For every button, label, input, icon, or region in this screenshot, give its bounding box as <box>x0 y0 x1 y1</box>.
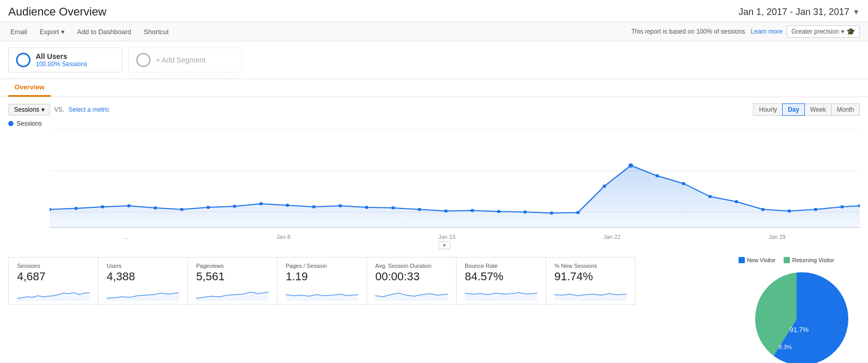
chart-dot <box>154 206 157 209</box>
new-visitor-label: New Visitor <box>747 257 775 263</box>
new-sessions-mini-chart <box>554 285 627 301</box>
add-segment-label: + Add Segment <box>156 56 205 64</box>
chart-dot <box>391 206 395 209</box>
scroll-indicator[interactable]: ▼ <box>29 241 860 249</box>
chart-dot <box>497 210 501 213</box>
toolbar-right: This report is based on 100% of sessions… <box>631 25 860 38</box>
stat-users: Users 4,388 <box>98 257 188 305</box>
stats-area: Sessions 4,687 Users 4,388 <box>0 249 868 363</box>
stat-sessions-value: 4,687 <box>17 270 90 283</box>
metric-selector: Sessions ▾ VS. Select a metric <box>8 104 109 115</box>
stats-grid: Sessions 4,687 Users 4,388 <box>8 257 725 304</box>
pageviews-mini-chart <box>196 285 269 301</box>
pages-session-mini-chart <box>286 285 358 301</box>
chart-controls: Sessions ▾ VS. Select a metric Hourly Da… <box>8 103 860 116</box>
toolbar: Email Export ▾ Add to Dashboard Shortcut… <box>0 22 868 41</box>
sessions-legend-label: Sessions <box>17 120 42 127</box>
chart-dot <box>75 207 78 210</box>
stat-pages-session-value: 1.19 <box>286 270 358 283</box>
chart-dot <box>233 205 237 208</box>
stat-users-value: 4,388 <box>107 270 179 283</box>
chart-dot <box>602 185 606 188</box>
add-dashboard-button[interactable]: Add to Dashboard <box>75 27 134 37</box>
chart-svg <box>50 129 860 233</box>
vs-label: VS. <box>54 106 64 113</box>
export-button[interactable]: Export ▾ <box>38 27 67 37</box>
stat-pageviews-value: 5,561 <box>196 270 269 283</box>
chart-dot <box>576 211 580 214</box>
overview-tabs: Overview <box>0 79 868 97</box>
select-metric-link[interactable]: Select a metric <box>68 106 109 113</box>
chart-dot <box>682 182 685 185</box>
segment-all-users[interactable]: All Users 100.00% Sessions <box>8 48 122 72</box>
pie-legend: New Visitor Returning Visitor <box>733 257 834 263</box>
chart-dot <box>470 209 474 212</box>
stat-avg-session-label: Avg. Session Duration <box>375 263 448 269</box>
period-hourly[interactable]: Hourly <box>753 103 783 116</box>
top-bar: Audience Overview Jan 1, 2017 - Jan 31, … <box>0 0 868 22</box>
new-visitor-legend: New Visitor <box>739 257 775 263</box>
toolbar-left: Email Export ▾ Add to Dashboard Shortcut <box>8 27 631 37</box>
tab-overview[interactable]: Overview <box>8 79 51 97</box>
export-label: Export <box>40 28 60 36</box>
x-axis-labels: ... Jan 8 Jan 15 Jan 22 Jan 29 <box>50 233 860 240</box>
chart-dot <box>708 195 712 198</box>
chart-area-fill <box>50 165 860 228</box>
stat-new-sessions: % New Sessions 91.74% <box>546 257 636 305</box>
add-segment-button[interactable]: + Add Segment <box>128 48 242 72</box>
learn-more-link[interactable]: Learn more <box>751 28 783 35</box>
add-segment-circle <box>136 53 151 67</box>
stats-left: Sessions 4,687 Users 4,388 <box>8 257 725 363</box>
chart-dot <box>418 208 421 211</box>
precision-dropdown[interactable]: Greater precision ▾ 🎓 <box>787 25 860 38</box>
chart-wrapper: 800 400 <box>8 129 860 249</box>
returning-visitor-pct-label: 8.3% <box>778 344 791 350</box>
sessions-mini-chart <box>17 285 90 301</box>
chart-dot <box>180 208 184 211</box>
new-visitor-pct-label: 91.7% <box>790 326 809 334</box>
period-week[interactable]: Week <box>804 103 831 116</box>
chart-dot <box>734 200 738 203</box>
chart-dot <box>761 208 764 211</box>
stat-users-label: Users <box>107 263 179 269</box>
sessions-metric-button[interactable]: Sessions ▾ <box>8 104 50 115</box>
chart-dot <box>101 205 105 208</box>
chevron-down-icon: ▾ <box>61 28 65 36</box>
period-month[interactable]: Month <box>831 103 860 116</box>
x-label-jan8: Jan 8 <box>276 234 290 240</box>
period-buttons: Hourly Day Week Month <box>754 103 860 116</box>
shortcut-button[interactable]: Shortcut <box>142 27 171 37</box>
returning-visitor-color <box>784 257 790 263</box>
segments-bar: All Users 100.00% Sessions + Add Segment <box>0 41 868 79</box>
precision-label: Greater precision <box>791 28 839 35</box>
stat-pageviews: Pageviews 5,561 <box>187 257 277 305</box>
email-button[interactable]: Email <box>8 27 30 37</box>
bounce-rate-mini-chart <box>465 285 537 301</box>
date-range-selector[interactable]: Jan 1, 2017 - Jan 31, 2017 ▼ <box>739 7 860 18</box>
segment-circle <box>16 53 31 67</box>
stat-bounce-rate-label: Bounce Rate <box>465 263 537 269</box>
stats-right: New Visitor Returning Visitor 91.7% 8.3% <box>725 257 860 363</box>
chart-dot <box>286 204 289 207</box>
x-label-start: ... <box>124 234 128 240</box>
chart-dot <box>259 202 263 205</box>
period-day[interactable]: Day <box>782 103 805 116</box>
date-range-text: Jan 1, 2017 - Jan 31, 2017 <box>739 7 849 18</box>
sessions-legend-dot <box>8 121 13 126</box>
chart-dot <box>365 206 369 209</box>
chart-dot <box>788 209 791 213</box>
chart-dot <box>127 204 131 207</box>
mortar-board-icon: 🎓 <box>846 27 855 36</box>
chart-dot <box>814 208 818 211</box>
avg-session-mini-chart <box>375 285 448 301</box>
page-title: Audience Overview <box>8 5 107 19</box>
stat-avg-session-value: 00:00:33 <box>375 270 448 283</box>
chart-area: Sessions ▾ VS. Select a metric Hourly Da… <box>0 97 868 249</box>
chart-dot <box>444 209 448 213</box>
chart-dot <box>523 210 527 214</box>
segment-sub: 100.00% Sessions <box>36 61 87 68</box>
chevron-down-icon: ▾ <box>41 106 45 113</box>
chevron-down-icon: ▼ <box>852 8 860 16</box>
returning-visitor-legend: Returning Visitor <box>784 257 834 263</box>
x-label-jan29: Jan 29 <box>769 234 786 240</box>
